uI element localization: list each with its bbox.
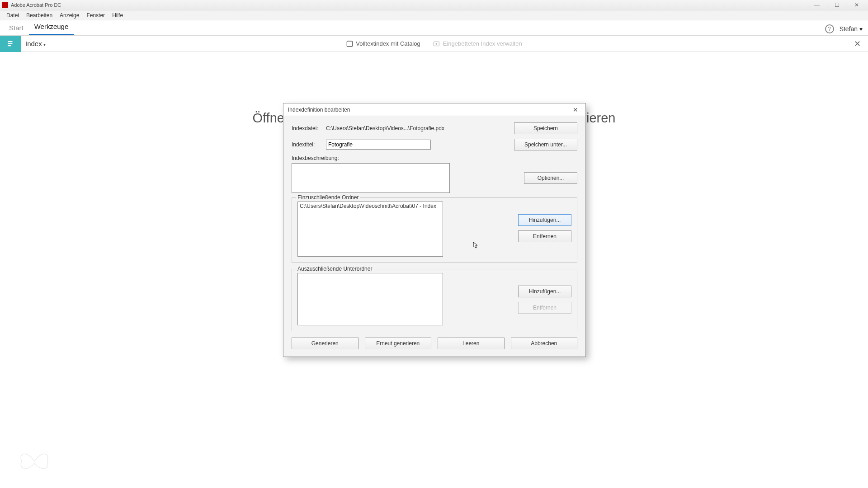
indexdatei-path: C:\Users\Stefan\Desktop\Videos...\Fotogr…	[326, 125, 509, 131]
dialog-title-label: Indexdefinition bearbeiten	[288, 107, 350, 113]
embedded-index-icon	[433, 40, 440, 47]
index-tool-icon[interactable]	[0, 36, 21, 52]
indexbeschreibung-textarea[interactable]	[292, 163, 450, 193]
manage-embedded-index-action: Eingebetteten Index verwalten	[433, 40, 522, 47]
window-controls: — ☐ ✕	[807, 0, 866, 9]
dialog-body: Indexdatei: C:\Users\Stefan\Desktop\Vide…	[283, 116, 585, 357]
dialog-bottom-row: Generieren Erneut generieren Leeren Abbr…	[292, 338, 577, 349]
tool-center-actions: Volltextindex mit Catalog Eingebetteten …	[346, 40, 522, 47]
menubar: Datei Bearbeiten Anzeige Fenster Hilfe	[0, 10, 868, 20]
include-folders-legend: Einzuschließende Ordner	[296, 194, 360, 201]
close-window-button[interactable]: ✕	[847, 0, 866, 9]
tab-row: Start Werkzeuge ? Stefan ▾	[0, 20, 868, 36]
tool-subbar: Index Volltextindex mit Catalog Eingebet…	[0, 36, 868, 52]
fulltext-catalog-label: Volltextindex mit Catalog	[356, 40, 420, 47]
help-icon[interactable]: ?	[825, 24, 834, 33]
exclude-hinzufuegen-button[interactable]: Hinzufügen...	[518, 286, 571, 297]
include-hinzufuegen-button[interactable]: Hinzufügen...	[518, 214, 571, 226]
titlebar: Adobe Acrobat Pro DC — ☐ ✕	[0, 0, 868, 10]
user-name-label: Stefan	[840, 25, 858, 33]
indexdatei-label: Indexdatei:	[292, 125, 321, 131]
index-dropdown[interactable]: Index	[21, 40, 47, 47]
exclude-folders-fieldset: Auszuschließende Unterordner Hinzufügen.…	[292, 269, 577, 331]
user-menu[interactable]: Stefan ▾	[840, 25, 863, 33]
indexbeschreibung-label: Indexbeschreibung:	[292, 155, 577, 161]
beschreibung-sidecol: Optionen...	[524, 163, 577, 193]
indextitel-label: Indextitel:	[292, 141, 321, 148]
menu-fenster[interactable]: Fenster	[83, 12, 108, 19]
dialog-close-button[interactable]: ✕	[570, 105, 581, 114]
tab-start[interactable]: Start	[4, 21, 29, 35]
include-folders-fieldset: Einzuschließende Ordner C:\Users\Stefan\…	[292, 197, 577, 263]
menu-hilfe[interactable]: Hilfe	[108, 12, 127, 19]
include-entfernen-button[interactable]: Entfernen	[518, 230, 571, 242]
acrobat-logo-icon	[2, 2, 8, 8]
catalog-icon	[346, 40, 353, 47]
include-folder-item[interactable]: C:\Users\Stefan\Desktop\Videoschnitt\Acr…	[300, 203, 441, 209]
optionen-button[interactable]: Optionen...	[524, 172, 577, 184]
tab-werkzeuge[interactable]: Werkzeuge	[29, 20, 74, 35]
generieren-button[interactable]: Generieren	[292, 338, 359, 349]
window-title: Adobe Acrobat Pro DC	[11, 2, 807, 8]
menu-anzeige[interactable]: Anzeige	[56, 12, 83, 19]
speichern-button[interactable]: Speichern	[514, 122, 577, 134]
dialog-titlebar: Indexdefinition bearbeiten ✕	[283, 103, 585, 116]
row-indextitel: Indextitel: Speichern unter...	[292, 139, 577, 150]
row-indexbeschreibung: Optionen...	[292, 163, 577, 193]
indextitel-input[interactable]	[326, 140, 431, 150]
minimize-button[interactable]: —	[807, 0, 826, 9]
include-buttons-col: Hinzufügen... Entfernen	[518, 202, 571, 242]
row-indexdatei: Indexdatei: C:\Users\Stefan\Desktop\Vide…	[292, 122, 577, 134]
exclude-folders-legend: Auszuschließende Unterordner	[296, 266, 374, 272]
exclude-buttons-col: Hinzufügen... Entfernen	[518, 273, 571, 314]
abbrechen-button[interactable]: Abbrechen	[511, 338, 578, 349]
manage-embedded-index-label: Eingebetteten Index verwalten	[443, 40, 522, 47]
leeren-button[interactable]: Leeren	[438, 338, 505, 349]
menu-datei[interactable]: Datei	[3, 12, 23, 19]
index-definition-dialog: Indexdefinition bearbeiten ✕ Indexdatei:…	[283, 103, 586, 357]
exclude-entfernen-button: Entfernen	[518, 302, 571, 314]
butterfly-decoration-icon	[16, 446, 52, 477]
include-folders-inner: C:\Users\Stefan\Desktop\Videoschnitt\Acr…	[297, 202, 571, 257]
fulltext-catalog-action[interactable]: Volltextindex mit Catalog	[346, 40, 420, 47]
maximize-button[interactable]: ☐	[827, 0, 846, 9]
tab-right-area: ? Stefan ▾	[825, 24, 868, 35]
svg-point-2	[436, 43, 438, 45]
menu-bearbeiten[interactable]: Bearbeiten	[23, 12, 56, 19]
erneut-generieren-button[interactable]: Erneut generieren	[365, 338, 432, 349]
exclude-folders-inner: Hinzufügen... Entfernen	[297, 273, 571, 325]
close-tool-button[interactable]: ✕	[847, 39, 868, 49]
svg-rect-0	[347, 41, 352, 47]
exclude-folders-listbox[interactable]	[297, 273, 443, 325]
include-folders-listbox[interactable]: C:\Users\Stefan\Desktop\Videoschnitt\Acr…	[297, 202, 443, 257]
speichern-unter-button[interactable]: Speichern unter...	[514, 139, 577, 150]
